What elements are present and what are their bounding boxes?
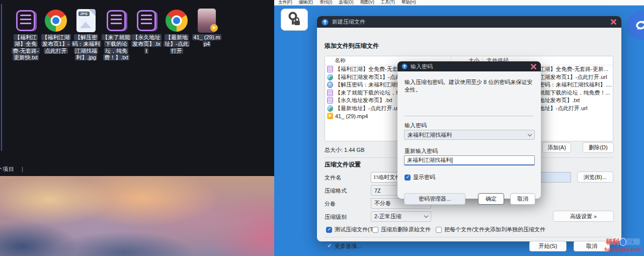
password-tool-button[interactable] — [281, 9, 308, 31]
desktop-icon-label: 【来了就能下载的论坛，纯免费！】.txt — [102, 34, 131, 60]
refresh-icon — [633, 18, 644, 33]
play-icon — [210, 24, 218, 32]
checkbox-label: 把每个文件/文件夹添加到单独的压缩文件 — [444, 226, 545, 233]
text-file-icon — [327, 97, 333, 104]
chevron-down-icon — [424, 214, 428, 218]
desktop-icon-video[interactable]: 41_ (29).mp4 — [192, 8, 221, 61]
desktop-icon-label: 【福利江湖发布页1】- 点此打开 — [41, 34, 71, 54]
globe-icon — [327, 105, 333, 112]
desktop-icon-label: 41_ (29).mp4 — [192, 34, 221, 47]
volume-value: 不分卷 — [374, 200, 391, 207]
delete-button[interactable]: 删除(D) — [583, 142, 614, 153]
desktop-icon-label: 【福利江湖】全免费-无套路-更新快.txt — [12, 34, 39, 60]
start-button[interactable]: 开始(S) — [529, 241, 567, 251]
reenter-password-input[interactable]: 来福利江湖找福利 — [404, 155, 535, 165]
file-name: 【永久地址发布页】.txt — [335, 97, 392, 104]
dialog-title: 新建压缩文件 — [332, 18, 607, 26]
desktop-icon-url-1[interactable]: 【福利江湖发布页1】- 点此打开 — [41, 8, 70, 61]
jpg-file-icon: JPG — [76, 9, 96, 32]
desktop-icon-txt-3[interactable]: 【永久地址发布页】.txt — [132, 8, 161, 61]
mascot-icon — [620, 238, 626, 246]
text-file-icon — [327, 66, 333, 72]
text-file-icon — [137, 10, 156, 31]
video-file-icon — [327, 113, 333, 119]
level-label: 压缩级别 — [325, 213, 347, 221]
desktop-wallpaper — [0, 176, 274, 256]
desktop-icon-label: 【解压密码：来福利江湖找福利】.jpg — [71, 34, 101, 60]
password-hint-text: 输入压缩包密码。建议使用至少 8 位的密码来保证安全性。 — [405, 78, 534, 94]
image-file-icon — [327, 81, 333, 88]
test-archive-checkbox[interactable]: 测试压缩文件(T) — [326, 226, 375, 233]
settings-section-title: 压缩文件设置 — [325, 160, 361, 169]
app-icon — [401, 63, 408, 69]
desktop-icon-txt-2[interactable]: 【来了就能下载的论坛，纯免费！】.txt — [102, 8, 131, 61]
window-edge-line — [1, 4, 2, 151]
chrome-icon — [45, 10, 67, 32]
desktop-icon-txt-1[interactable]: 【福利江湖】全免费-无套路-更新快.txt — [11, 8, 40, 61]
checkbox-unchecked-icon — [436, 227, 442, 233]
explorer-statusbar: 个项目| — [0, 165, 24, 173]
video-thumbnail — [198, 9, 216, 33]
key-lock-icon — [286, 12, 302, 28]
menu-item-file[interactable]: 文件(F) — [278, 0, 292, 6]
menu-item-find[interactable]: 查找(I) — [319, 0, 332, 6]
more-options-checkbox[interactable]: 更多选项... — [326, 242, 361, 250]
total-size-label: 总大小: 1.44 GB — [325, 146, 364, 154]
volume-label: 分卷 — [325, 200, 336, 208]
jpg-badge: JPG — [78, 12, 90, 16]
add-button[interactable]: 添加(A) — [542, 142, 571, 153]
close-icon[interactable] — [610, 19, 617, 25]
show-password-checkbox[interactable]: 显示密码 — [405, 174, 435, 181]
desktop-icon-jpg[interactable]: JPG 【解压密码：来福利江湖找福利】.jpg — [71, 8, 101, 61]
delete-after-checkbox[interactable]: 压缩后删除原始文件 — [372, 226, 431, 233]
checkbox-label: 测试压缩文件(T) — [335, 226, 375, 233]
menu-item-view[interactable]: 视图(V) — [360, 0, 374, 6]
menu-item-edit[interactable]: 编辑(E) — [299, 0, 313, 6]
format-label: 压缩格式 — [325, 187, 347, 195]
password-value: 来福利江湖找福利 — [408, 131, 452, 139]
browse-button[interactable]: 浏览(B)... — [577, 172, 613, 183]
screen: 个项目| 【福利江湖】全免费-无套路-更新快.txt 【福利江湖发布页1】- 点… — [0, 0, 644, 256]
level-dropdown[interactable]: 2-正常压缩 — [371, 211, 431, 222]
desktop-icon-url-2[interactable]: 【最新地址】-点此打开 — [162, 8, 191, 61]
sync-floating-button[interactable] — [626, 11, 644, 40]
ok-button[interactable]: 确定 — [478, 193, 504, 205]
password-dialog-titlebar[interactable]: 输入密码 — [397, 61, 541, 71]
text-file-icon — [16, 10, 35, 31]
cancel-button[interactable]: 取消 — [510, 193, 535, 205]
desktop-icon-label: 【最新地址】-点此打开 — [164, 34, 190, 54]
level-value: 2-正常压缩 — [374, 213, 401, 220]
password-dialog-body: 输入压缩包密码。建议使用至少 8 位的密码来保证安全性。 输入密码 来福利江湖找… — [397, 71, 541, 199]
globe-icon — [327, 74, 333, 80]
dialog-titlebar[interactable]: 新建压缩文件 — [317, 16, 621, 28]
advanced-settings-button[interactable]: 高级设置 » — [553, 211, 614, 222]
checkbox-checked-icon — [405, 175, 411, 181]
separate-archives-checkbox[interactable]: 把每个文件/文件夹添加到单独的压缩文件 — [436, 226, 545, 233]
menu-item-help[interactable]: 帮助(H) — [401, 0, 416, 6]
desktop-icon-label: 【永久地址发布页】.txt — [131, 34, 162, 54]
divider — [405, 116, 533, 116]
password-combobox[interactable]: 来福利江湖找福利 — [404, 130, 535, 140]
menu-item-options[interactable]: 选项(O) — [339, 0, 353, 6]
desktop-icon-grid: 【福利江湖】全免费-无套路-更新快.txt 【福利江湖发布页1】- 点此打开 J… — [11, 8, 221, 61]
desktop-area: 个项目| 【福利江湖】全免费-无套路-更新快.txt 【福利江湖发布页1】- 点… — [0, 0, 274, 256]
enter-password-label: 输入密码 — [405, 122, 427, 129]
menu-item-tools[interactable]: 工具(T) — [381, 0, 395, 6]
checkbox-unchecked-icon — [372, 227, 378, 233]
checkbox-label: 压缩后删除原始文件 — [381, 226, 431, 233]
menu-bar: 文件(F) 编辑(E) 查找(I) 选项(O) 视图(V) 工具(T) 帮助(H… — [274, 0, 644, 6]
filename-value: I:\临时文件 — [374, 174, 400, 181]
close-icon[interactable] — [530, 63, 537, 70]
file-name: 【最新地址】-点此打开.url — [335, 105, 400, 112]
logo-text-right: 江湖 — [627, 237, 640, 246]
checkbox-checked-icon — [326, 243, 332, 249]
text-file-icon — [327, 90, 333, 96]
statusbar-separator: | — [22, 166, 24, 172]
filename-label: 文件名 — [325, 174, 341, 182]
checkbox-label: 更多选项... — [335, 242, 361, 250]
watermark-logo: 福利 江湖 fulijianghu.com — [603, 237, 643, 252]
logo-url: fulijianghu.com — [603, 246, 643, 252]
divider — [325, 237, 613, 237]
password-manager-button[interactable]: 密码管理器... — [404, 193, 465, 205]
password-dialog-title: 输入密码 — [411, 63, 527, 70]
